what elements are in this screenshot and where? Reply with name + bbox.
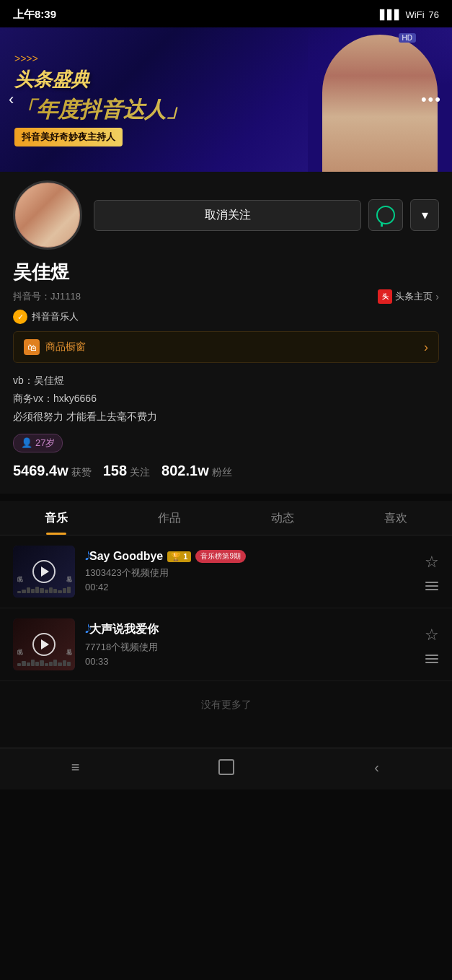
music-usage-2: 77718个视频使用: [85, 641, 415, 654]
age-text: 27岁: [35, 437, 55, 450]
musician-badge-text: 抖音音乐人: [32, 310, 79, 323]
menu-button-1[interactable]: [425, 582, 438, 590]
music-title-1: Say Goodbye: [89, 550, 163, 563]
likes-label: 获赞: [71, 466, 92, 479]
profile-section: 取消关注 ▾ 吴佳煜 抖音号：JJ1118 头 头条主页 › ✓ 抖音音乐人 🛍…: [0, 172, 452, 494]
toutiao-arrow-icon: ›: [435, 291, 439, 302]
profile-actions: 取消关注 ▾: [94, 199, 439, 231]
banner-more-icon[interactable]: •••: [421, 90, 442, 109]
nav-home-icon: [218, 759, 234, 775]
following-label: 关注: [130, 466, 150, 479]
music-info-1: 𝅘𝅥𝅮 Say Goodbye 🏆 1 音乐榜第9期 1303423个视频使用 …: [85, 550, 415, 592]
stat-fans[interactable]: 802.1w 粉丝: [161, 463, 232, 479]
shop-text: 商品橱窗: [45, 341, 86, 354]
play-button-2[interactable]: [32, 633, 56, 656]
status-time: 上午8:39: [13, 8, 56, 22]
message-icon: [376, 206, 395, 224]
music-item-2: 听见 看见 𝅘𝅥𝅮: [0, 608, 452, 681]
profile-top: 取消关注 ▾: [13, 172, 439, 250]
music-list: 听见 看见 𝅘𝅥𝅮: [0, 535, 452, 748]
music-usage-1: 1303423个视频使用: [85, 566, 415, 579]
music-actions-1: ☆: [425, 553, 439, 590]
tab-works[interactable]: 作品: [113, 501, 226, 535]
stat-following[interactable]: 158 关注: [103, 463, 150, 479]
battery-icon: 76: [429, 9, 439, 20]
waveform-2: [17, 659, 71, 666]
profile-id-row: 抖音号：JJ1118 头 头条主页 ›: [13, 289, 439, 304]
hd-badge: HD: [399, 33, 416, 43]
nav-menu-icon: ≡: [71, 759, 80, 776]
profile-douyin-id: 抖音号：JJ1118: [13, 290, 81, 303]
music-actions-2: ☆: [425, 626, 439, 663]
music-info-2: 𝅘𝅥𝅮 大声说我爱你 77718个视频使用 00:33: [85, 622, 415, 667]
tabs-bar: 音乐 作品 动态 喜欢: [0, 501, 452, 535]
banner-title-main: 「年度抖音达人」: [14, 95, 438, 125]
tab-music[interactable]: 音乐: [0, 501, 113, 535]
banner-back-icon[interactable]: ‹: [9, 90, 14, 109]
toutiao-label: 头条主页: [395, 290, 433, 303]
waveform-1: [17, 586, 71, 593]
play-triangle-icon: [41, 566, 49, 577]
no-more-text: 没有更多了: [0, 681, 452, 733]
bottom-nav: ≡ ‹: [0, 748, 452, 789]
age-badge: 👤 27岁: [13, 434, 63, 452]
signal-icon: ▋▋▋: [380, 9, 402, 20]
chart-badge-1: 音乐榜第9期: [195, 550, 246, 563]
music-title-2: 大声说我爱你: [89, 622, 159, 637]
toutiao-link[interactable]: 头 头条主页 ›: [378, 289, 439, 304]
bio-line-1: vb：吴佳煜: [13, 372, 439, 390]
fans-num: 802.1w: [161, 463, 209, 479]
music-item-1: 听见 看见 𝅘𝅥𝅮: [0, 535, 452, 608]
toutiao-icon: 头: [378, 289, 392, 304]
stat-likes[interactable]: 5469.4w 获赞: [13, 463, 92, 479]
likes-num: 5469.4w: [13, 463, 68, 479]
rank-badge-1: 🏆 1: [167, 551, 191, 562]
wifi-icon: WiFi: [406, 9, 425, 20]
status-icons: ▋▋▋ WiFi 76: [380, 9, 439, 20]
favorite-button-1[interactable]: ☆: [425, 553, 439, 572]
shop-banner[interactable]: 🛍 商品橱窗 ›: [13, 331, 439, 363]
music-thumb-1[interactable]: 听见 看见: [13, 546, 75, 598]
nav-back-arrow-icon: ‹: [374, 759, 379, 776]
play-triangle-icon-2: [41, 639, 49, 649]
age-icon: 👤: [21, 437, 32, 448]
music-duration-1: 00:42: [85, 582, 415, 592]
status-bar: 上午8:39 ▋▋▋ WiFi 76: [0, 0, 452, 27]
nav-back-button[interactable]: ‹: [363, 759, 391, 776]
nav-menu-button[interactable]: ≡: [61, 759, 90, 776]
fans-label: 粉丝: [212, 466, 232, 479]
banner-title-top: 头条盛典: [14, 67, 438, 92]
favorite-button-2[interactable]: ☆: [425, 626, 439, 644]
music-thumb-2[interactable]: 听见 看见: [13, 618, 75, 670]
shop-icon: 🛍: [24, 339, 40, 355]
tab-likes[interactable]: 喜欢: [339, 501, 452, 535]
music-title-row-2: 𝅘𝅥𝅮 大声说我爱你: [85, 622, 415, 637]
tab-activity[interactable]: 动态: [226, 501, 340, 535]
follow-button[interactable]: 取消关注: [94, 200, 361, 231]
nav-home-button[interactable]: [212, 759, 241, 775]
banner-text: >>>> 头条盛典 「年度抖音达人」 抖音美好奇妙夜主持人: [14, 53, 438, 146]
avatar: [13, 180, 82, 250]
profile-name: 吴佳煜: [13, 260, 439, 285]
message-button[interactable]: [368, 199, 403, 231]
more-button[interactable]: ▾: [410, 199, 439, 231]
play-button-1[interactable]: [32, 560, 56, 583]
banner: HD ‹ ••• >>>> 头条盛典 「年度抖音达人」 抖音美好奇妙夜主持人: [0, 27, 452, 172]
menu-button-2[interactable]: [425, 655, 438, 663]
bio-line-3: 必须很努力 才能看上去毫不费力: [13, 408, 439, 426]
music-title-row-1: 𝅘𝅥𝅮 Say Goodbye 🏆 1 音乐榜第9期: [85, 550, 415, 563]
shop-arrow-icon: ›: [424, 340, 428, 355]
banner-arrows: >>>>: [14, 53, 438, 64]
musician-badge: ✓ 抖音音乐人: [13, 310, 439, 324]
banner-subtitle: 抖音美好奇妙夜主持人: [14, 128, 123, 146]
following-num: 158: [103, 463, 127, 479]
profile-bio: vb：吴佳煜 商务vx：hxky6666 必须很努力 才能看上去毫不费力: [13, 372, 439, 426]
music-duration-2: 00:33: [85, 656, 415, 667]
musician-badge-icon: ✓: [13, 310, 27, 324]
bio-line-2: 商务vx：hxky6666: [13, 390, 439, 408]
stats-row: 5469.4w 获赞 158 关注 802.1w 粉丝: [13, 463, 439, 482]
shop-left: 🛍 商品橱窗: [24, 339, 86, 355]
